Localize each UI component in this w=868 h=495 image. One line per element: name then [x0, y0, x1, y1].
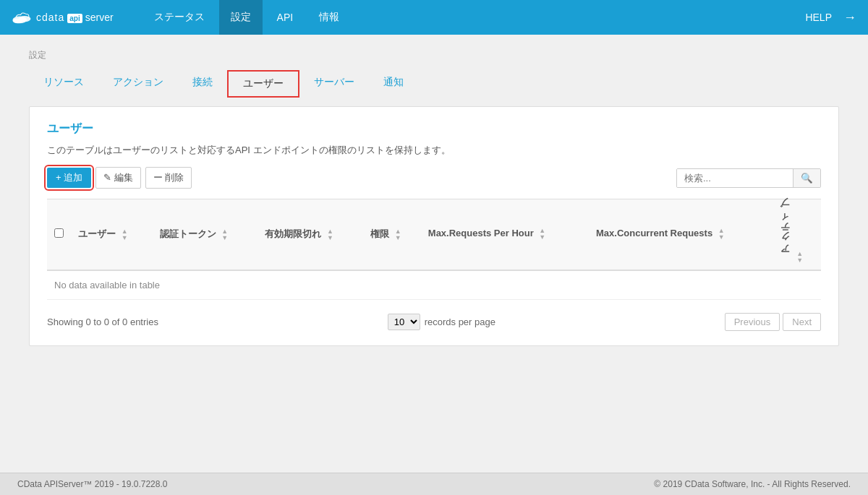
- sort-icon-max-concurrent: ▲▼: [718, 228, 725, 241]
- no-data-row: No data available in table: [47, 270, 821, 300]
- tab-notifications[interactable]: 通知: [369, 70, 418, 98]
- add-button[interactable]: + 追加: [47, 168, 91, 188]
- sort-icon-auth: ▲▼: [221, 228, 228, 241]
- brand-api-badge: api: [67, 11, 82, 24]
- nav-links: ステータス 設定 API 情報: [142, 0, 806, 35]
- sub-tabs: リソース アクション 接続 ユーザー サーバー 通知: [29, 70, 839, 98]
- previous-button[interactable]: Previous: [725, 313, 780, 331]
- help-link[interactable]: HELP: [805, 12, 832, 23]
- select-all-checkbox[interactable]: [54, 228, 64, 238]
- tab-actions[interactable]: アクション: [98, 70, 178, 98]
- brand-cdata: cdata: [36, 12, 64, 23]
- logout-icon[interactable]: →: [843, 10, 856, 25]
- page-content: 設定 リソース アクション 接続 ユーザー サーバー 通知 ユーザー このテーブ…: [0, 35, 868, 454]
- breadcrumb: 設定: [29, 49, 839, 61]
- next-button[interactable]: Next: [783, 313, 821, 331]
- section-title: ユーザー: [47, 121, 821, 137]
- col-header-permissions[interactable]: 権限 ▲▼: [363, 199, 421, 270]
- sort-icon-expiry: ▲▼: [327, 228, 333, 241]
- toolbar: + 追加 ✎ 編集 ー 削除 🔍: [47, 167, 821, 189]
- nav-settings[interactable]: 設定: [219, 0, 263, 35]
- col-header-expiry[interactable]: 有効期限切れ ▲▼: [258, 199, 363, 270]
- search-input[interactable]: [677, 169, 793, 187]
- tab-server[interactable]: サーバー: [299, 70, 369, 98]
- showing-text: Showing 0 to 0 of 0 entries: [47, 317, 158, 327]
- sort-icon-active: ▲▼: [796, 251, 803, 264]
- col-header-auth-token[interactable]: 認証トークン ▲▼: [153, 199, 258, 270]
- nav-right: HELP →: [805, 10, 856, 25]
- tab-users[interactable]: ユーザー: [227, 70, 299, 98]
- brand-logo: cdata api server: [12, 11, 114, 24]
- search-box: 🔍: [676, 168, 821, 188]
- nav-api[interactable]: API: [265, 0, 305, 35]
- api-badge-text: api: [67, 14, 82, 23]
- main-card: ユーザー このテーブルはユーザーのリストと対応するAPI エンドポイントの権限の…: [29, 106, 839, 346]
- svg-point-2: [13, 18, 23, 23]
- search-button[interactable]: 🔍: [793, 169, 820, 187]
- col-header-max-concurrent[interactable]: Max.Concurrent Requests ▲▼: [589, 199, 771, 270]
- delete-button[interactable]: ー 削除: [145, 167, 192, 189]
- per-page-select[interactable]: 10: [388, 314, 420, 330]
- top-navigation: cdata api server ステータス 設定 API 情報 HELP →: [0, 0, 868, 35]
- pagination-bar: Showing 0 to 0 of 0 entries 10 records p…: [47, 307, 821, 331]
- sort-icon-max-requests: ▲▼: [539, 228, 545, 241]
- table-header: ユーザー ▲▼ 認証トークン ▲▼ 有効期限切れ ▲▼ 権限 ▲▼: [47, 199, 821, 270]
- no-data-cell: No data available in table: [47, 270, 821, 300]
- col-header-check[interactable]: [47, 199, 71, 270]
- edit-button[interactable]: ✎ 編集: [95, 167, 141, 189]
- users-table: ユーザー ▲▼ 認証トークン ▲▼ 有効期限切れ ▲▼ 権限 ▲▼: [47, 199, 821, 300]
- pagination-buttons: Previous Next: [725, 313, 821, 331]
- section-desc: このテーブルはユーザーのリストと対応するAPI エンドポイントの権限のリストを保…: [47, 144, 821, 157]
- table-body: No data available in table: [47, 270, 821, 300]
- col-header-max-requests[interactable]: Max.Requests Per Hour ▲▼: [421, 199, 589, 270]
- nav-status[interactable]: ステータス: [142, 0, 216, 35]
- per-page-label: records per page: [425, 317, 495, 327]
- sort-icon-user: ▲▼: [122, 228, 128, 241]
- tab-connections[interactable]: 接続: [178, 70, 227, 98]
- col-header-user[interactable]: ユーザー ▲▼: [71, 199, 153, 270]
- per-page-control: 10 records per page: [388, 314, 495, 330]
- brand-server-text: server: [85, 12, 114, 23]
- cloud-icon: [12, 11, 32, 24]
- sort-icon-permissions: ▲▼: [395, 228, 401, 241]
- nav-info[interactable]: 情報: [307, 0, 351, 35]
- tab-resources[interactable]: リソース: [29, 70, 98, 98]
- col-header-active[interactable]: アクティブ ▲▼: [771, 199, 821, 270]
